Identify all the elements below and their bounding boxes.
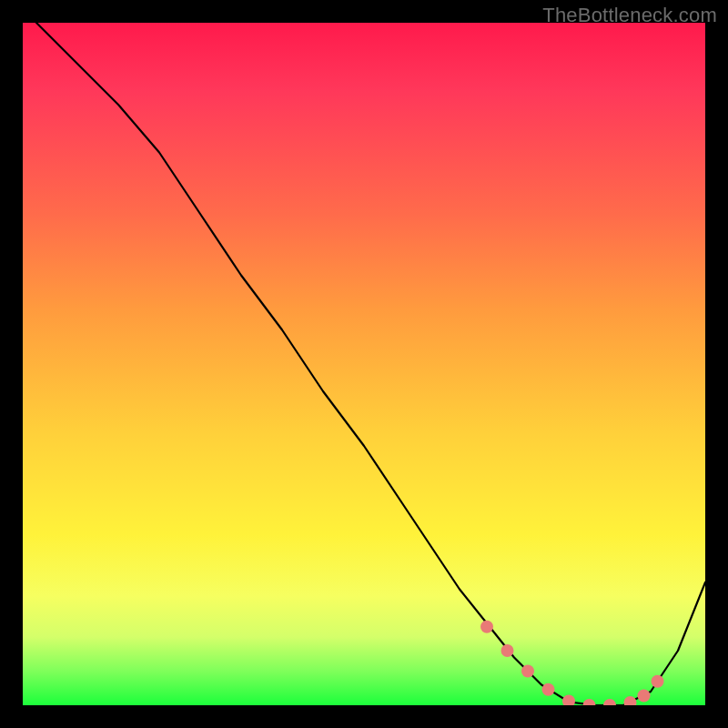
highlight-dot xyxy=(652,675,664,688)
highlight-dots xyxy=(480,621,664,705)
highlight-dot xyxy=(480,621,493,633)
highlight-dot xyxy=(562,695,575,706)
highlight-dot xyxy=(603,699,616,705)
highlight-dot xyxy=(624,696,637,705)
highlight-dot xyxy=(583,699,596,705)
highlight-dot xyxy=(521,665,534,678)
curve-line xyxy=(36,23,705,705)
chart-svg xyxy=(23,23,705,705)
chart-stage: TheBottleneck.com xyxy=(0,0,728,728)
highlight-dot xyxy=(542,683,555,696)
watermark-text: TheBottleneck.com xyxy=(542,4,717,27)
plot-area xyxy=(23,23,705,705)
highlight-dot xyxy=(638,690,651,703)
highlight-dot xyxy=(501,644,514,657)
